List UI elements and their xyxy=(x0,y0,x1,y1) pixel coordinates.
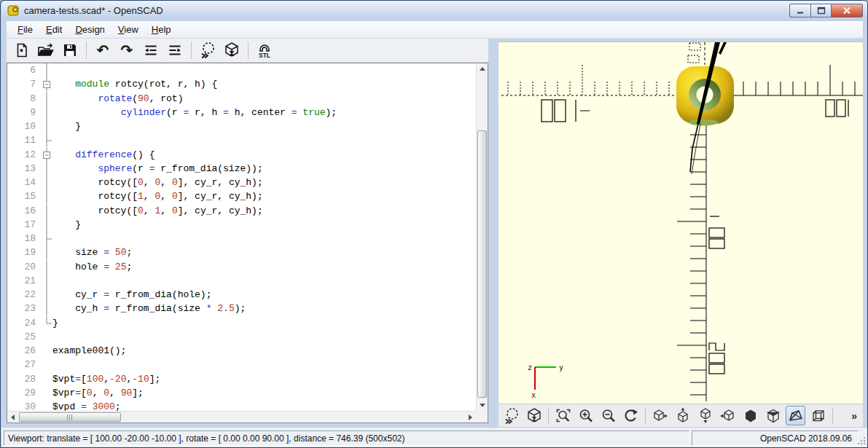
fold-marker[interactable] xyxy=(41,148,52,162)
code-area[interactable]: 67 module rotcy(rot, r, h) {8 rotate(90,… xyxy=(7,63,476,411)
code-line-24[interactable]: 24} xyxy=(7,316,476,330)
zoom-in-button[interactable] xyxy=(576,406,595,425)
code-line-11[interactable]: 11 xyxy=(7,133,476,147)
scroll-right-button[interactable] xyxy=(465,412,476,423)
scroll-up-button[interactable] xyxy=(477,63,488,74)
view-right-icon xyxy=(652,408,668,424)
view-back-button[interactable] xyxy=(763,406,783,425)
statusbar: Viewport: translate = [ 100.00 -20.00 -1… xyxy=(1,427,868,448)
code-text[interactable]: rotcy([0, 1, 0], cy_r, cy_h); xyxy=(52,205,263,216)
code-text[interactable]: cy_r = r_from_dia(hole); xyxy=(52,289,211,300)
code-text[interactable]: rotcy([0, 0, 0], cy_r, cy_h); xyxy=(52,177,263,188)
perspective-button[interactable] xyxy=(786,406,805,425)
menu-help[interactable]: Help xyxy=(145,22,178,37)
code-line-27[interactable]: 27 xyxy=(7,358,476,372)
code-line-13[interactable]: 13 sphere(r = r_from_dia(size)); xyxy=(7,162,476,176)
resize-grip[interactable] xyxy=(857,436,866,445)
viewport-canvas[interactable]: z y x xyxy=(498,42,863,404)
code-line-29[interactable]: 29$vpr=[0, 0, 90]; xyxy=(7,386,476,400)
view-left-button[interactable] xyxy=(718,406,738,425)
code-line-23[interactable]: 23 cy_h = r_from_dia(size * 2.5); xyxy=(7,302,476,315)
maximize-button[interactable] xyxy=(810,4,832,17)
view-top-button[interactable] xyxy=(673,406,692,425)
axis-label-dashed-top xyxy=(688,43,700,63)
render-button[interactable] xyxy=(524,406,544,425)
code-text[interactable]: cy_h = r_from_dia(size * 2.5); xyxy=(52,303,246,314)
code-line-15[interactable]: 15 rotcy([1, 0, 0], cy_r, cy_h); xyxy=(7,189,476,203)
view-right-button[interactable] xyxy=(650,406,670,425)
scrollbar-corner xyxy=(476,411,488,423)
code-line-26[interactable]: 26example001(); xyxy=(7,344,476,358)
toolbar-overflow-chevron[interactable]: » xyxy=(851,410,857,422)
code-text[interactable]: $vpr=[0, 0, 90]; xyxy=(52,388,144,398)
code-text[interactable]: rotate(90, rot) xyxy=(52,93,183,104)
fold-marker[interactable] xyxy=(41,77,52,91)
code-line-19[interactable]: 19 size = 50; xyxy=(7,245,476,259)
code-line-25[interactable]: 25 xyxy=(7,330,476,344)
zoom-out-button[interactable] xyxy=(598,406,618,425)
code-line-17[interactable]: 17 } xyxy=(7,218,476,232)
code-editor[interactable]: 67 module rotcy(rot, r, h) {8 rotate(90,… xyxy=(7,63,488,423)
indent-button[interactable] xyxy=(165,41,184,60)
code-text[interactable]: sphere(r = r_from_dia(size)); xyxy=(52,163,263,174)
code-text[interactable]: rotcy([1, 0, 0], cy_r, cy_h); xyxy=(52,191,263,202)
horizontal-scroll-thumb[interactable] xyxy=(19,412,121,422)
code-line-28[interactable]: 28$vpt=[100,-20,-10]; xyxy=(7,372,476,386)
code-text[interactable]: $vpt=[100,-20,-10]; xyxy=(52,374,160,385)
undo-icon: ↶ xyxy=(97,43,109,58)
menu-design[interactable]: Design xyxy=(69,22,111,37)
undo-button[interactable]: ↶ xyxy=(93,41,112,60)
zoom-all-button[interactable] xyxy=(553,406,573,425)
menu-view[interactable]: View xyxy=(112,22,145,37)
code-text[interactable]: size = 50; xyxy=(52,247,132,258)
code-text[interactable]: example001(); xyxy=(52,345,126,356)
x-axis-label: x xyxy=(531,391,536,399)
redo-button[interactable]: ↷ xyxy=(117,41,136,60)
code-line-14[interactable]: 14 rotcy([0, 0, 0], cy_r, cy_h); xyxy=(7,176,476,189)
code-line-9[interactable]: 9 cylinder(r = r, h = h, center = true); xyxy=(7,106,476,119)
code-line-30[interactable]: 30$vpd = 3000; xyxy=(7,400,476,411)
close-button[interactable] xyxy=(832,4,863,17)
open-file-button[interactable] xyxy=(36,41,55,60)
code-text[interactable]: } xyxy=(52,121,81,132)
minimize-button[interactable] xyxy=(789,4,810,17)
code-line-7[interactable]: 7 module rotcy(rot, r, h) { xyxy=(7,77,476,91)
code-text[interactable]: } xyxy=(52,219,81,230)
code-text[interactable]: cylinder(r = r, h = h, center = true); xyxy=(52,107,337,118)
code-text[interactable]: $vpd = 3000; xyxy=(52,401,121,411)
preview-button[interactable] xyxy=(198,41,217,60)
titlebar[interactable]: camera-tests.scad* - OpenSCAD xyxy=(1,1,868,20)
code-text[interactable]: } xyxy=(52,318,58,329)
code-line-12[interactable]: 12 difference() { xyxy=(7,148,476,162)
vertical-scroll-thumb[interactable] xyxy=(477,130,487,398)
menu-file[interactable]: File xyxy=(11,22,39,37)
close-icon xyxy=(842,7,851,15)
unindent-button[interactable] xyxy=(141,41,160,60)
scroll-down-button[interactable] xyxy=(477,400,488,411)
code-line-20[interactable]: 20 hole = 25; xyxy=(7,260,476,274)
view-bottom-button[interactable] xyxy=(695,406,715,425)
scroll-left-button[interactable] xyxy=(7,412,18,423)
viewport-3d[interactable]: z y x xyxy=(498,42,863,404)
preview-button[interactable] xyxy=(501,406,521,425)
render-button[interactable] xyxy=(222,41,241,60)
editor-vertical-scrollbar[interactable] xyxy=(476,63,488,411)
view-front-button[interactable] xyxy=(740,406,760,425)
code-line-8[interactable]: 8 rotate(90, rot) xyxy=(7,92,476,106)
menu-edit[interactable]: Edit xyxy=(39,22,69,37)
save-button[interactable] xyxy=(60,41,79,60)
code-line-6[interactable]: 6 xyxy=(7,63,476,77)
export-stl-button[interactable]: STL xyxy=(255,41,274,60)
code-text[interactable]: difference() { xyxy=(52,149,155,160)
reset-view-button[interactable] xyxy=(621,406,641,425)
code-line-16[interactable]: 16 rotcy([0, 1, 0], cy_r, cy_h); xyxy=(7,204,476,218)
editor-horizontal-scrollbar[interactable] xyxy=(7,411,476,423)
code-line-22[interactable]: 22 cy_r = r_from_dia(hole); xyxy=(7,288,476,302)
code-line-21[interactable]: 21 xyxy=(7,274,476,288)
new-file-button[interactable] xyxy=(12,41,31,60)
code-line-10[interactable]: 10 } xyxy=(7,119,476,133)
code-text[interactable]: hole = 25; xyxy=(52,262,132,272)
code-text[interactable]: module rotcy(rot, r, h) { xyxy=(52,79,217,90)
orthogonal-button[interactable] xyxy=(808,406,828,425)
code-line-18[interactable]: 18 xyxy=(7,232,476,245)
